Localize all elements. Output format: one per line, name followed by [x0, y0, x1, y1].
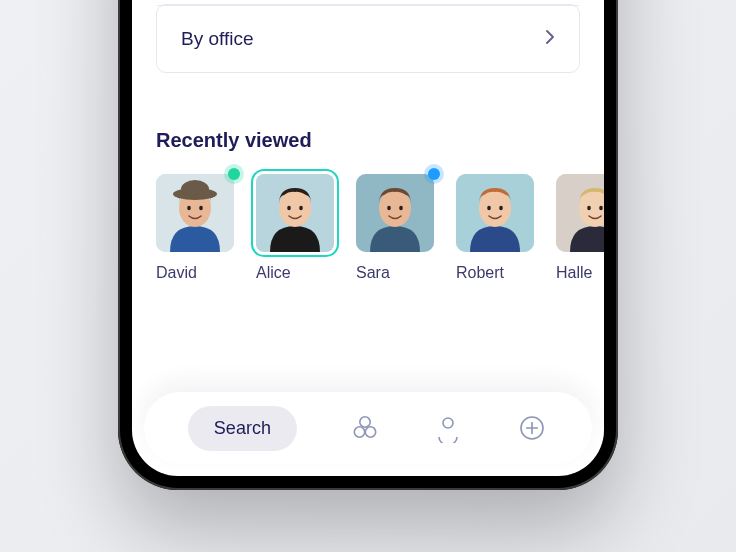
- person-name: Halle: [556, 264, 604, 282]
- avatar: [456, 174, 534, 252]
- person-card[interactable]: Halle: [556, 174, 604, 282]
- profile-icon[interactable]: [432, 412, 464, 444]
- svg-point-8: [287, 206, 291, 210]
- person-name: Robert: [456, 264, 534, 282]
- phone-frame: By office Recently viewed David: [118, 0, 618, 490]
- recently-viewed-list[interactable]: David Alice Sara: [156, 174, 580, 282]
- svg-point-13: [399, 206, 403, 210]
- svg-point-3: [181, 180, 209, 198]
- svg-point-24: [365, 427, 375, 437]
- filter-row-label: By office: [181, 28, 254, 50]
- avatar: [556, 174, 604, 252]
- svg-point-21: [599, 206, 603, 210]
- filter-card: By office: [156, 4, 580, 73]
- person-name: Sara: [356, 264, 434, 282]
- person-card[interactable]: Robert: [456, 174, 534, 282]
- svg-point-9: [299, 206, 303, 210]
- person-card[interactable]: David: [156, 174, 234, 282]
- svg-point-17: [499, 206, 503, 210]
- groups-icon[interactable]: [349, 412, 381, 444]
- screen: By office Recently viewed David: [132, 0, 604, 476]
- avatar: [256, 174, 334, 252]
- svg-point-16: [487, 206, 491, 210]
- avatar: [356, 174, 434, 252]
- svg-point-4: [187, 206, 191, 210]
- svg-point-12: [387, 206, 391, 210]
- avatar: [156, 174, 234, 252]
- tab-bar: Search: [144, 392, 592, 464]
- status-dot-blue: [428, 168, 440, 180]
- person-card[interactable]: Sara: [356, 174, 434, 282]
- add-icon[interactable]: [516, 412, 548, 444]
- svg-point-23: [354, 427, 364, 437]
- person-card[interactable]: Alice: [256, 174, 334, 282]
- filter-row-by-office[interactable]: By office: [157, 5, 579, 72]
- svg-point-22: [359, 417, 369, 427]
- tab-search[interactable]: Search: [188, 406, 297, 451]
- svg-point-5: [199, 206, 203, 210]
- svg-point-25: [443, 418, 453, 428]
- person-name: Alice: [256, 264, 334, 282]
- status-dot-green: [228, 168, 240, 180]
- svg-point-20: [587, 206, 591, 210]
- chevron-right-icon: [545, 29, 555, 49]
- person-name: David: [156, 264, 234, 282]
- recently-viewed-title: Recently viewed: [156, 129, 580, 152]
